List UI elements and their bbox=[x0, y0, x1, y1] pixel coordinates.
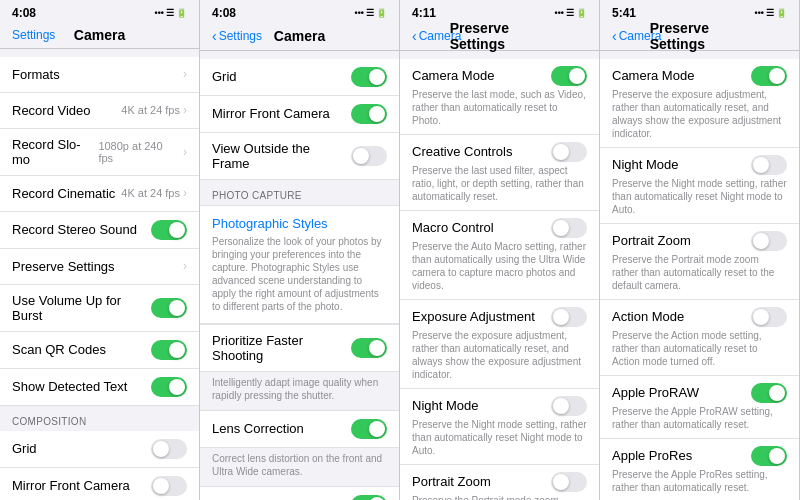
list-item[interactable]: Record Video4K at 24 fps› bbox=[0, 93, 199, 129]
wifi-icon: ☰ bbox=[766, 8, 774, 18]
preserve-item-header: Action Mode bbox=[612, 307, 787, 327]
preserve-item[interactable]: Camera ModePreserve the last mode, such … bbox=[400, 59, 599, 135]
back-label: Settings bbox=[219, 29, 262, 43]
list-item-toggle[interactable]: Grid bbox=[0, 431, 199, 468]
item-value: 1080p at 240 fps› bbox=[98, 140, 187, 164]
item-value: › bbox=[183, 259, 187, 273]
preserve-item-header: Macro Control bbox=[412, 218, 587, 238]
preserve-item-title: Camera Mode bbox=[612, 68, 694, 83]
list-item-toggle[interactable]: Use Volume Up for Burst bbox=[0, 285, 199, 332]
preserve-item-title: Creative Controls bbox=[412, 144, 512, 159]
back-chevron-icon: ‹ bbox=[612, 28, 617, 44]
photographic-styles-card[interactable]: Photographic StylesPersonalize the look … bbox=[200, 205, 399, 324]
toggle-on[interactable] bbox=[151, 340, 187, 360]
item-label: Record Video bbox=[12, 103, 91, 118]
item-label: Formats bbox=[12, 67, 60, 82]
list-item-toggle[interactable]: Record Stereo Sound bbox=[0, 212, 199, 249]
preserve-item-header: Night Mode bbox=[412, 396, 587, 416]
toggle-off[interactable] bbox=[751, 155, 787, 175]
toggle-on[interactable] bbox=[751, 383, 787, 403]
nav-left-label: Settings bbox=[12, 28, 55, 42]
preserve-item[interactable]: Exposure AdjustmentPreserve the exposure… bbox=[400, 300, 599, 389]
list-item-toggle[interactable]: Show Detected Text bbox=[0, 369, 199, 406]
value-text: 4K at 24 fps bbox=[121, 187, 180, 199]
list-item-toggle[interactable]: Mirror Front Camera bbox=[0, 468, 199, 501]
nav-bar: ‹CameraPreserve Settings bbox=[600, 24, 799, 50]
toggle-off[interactable] bbox=[151, 439, 187, 459]
status-icons: ••• ☰ 🔋 bbox=[355, 8, 387, 18]
toggle-on[interactable] bbox=[351, 104, 387, 124]
preserve-item-header: Portrait Zoom bbox=[612, 231, 787, 251]
preserve-item[interactable]: Night ModePreserve the Night mode settin… bbox=[400, 389, 599, 465]
toggle-on[interactable] bbox=[351, 495, 387, 501]
battery-icon: 🔋 bbox=[576, 8, 587, 18]
toggle-on[interactable] bbox=[151, 377, 187, 397]
list-item[interactable]: Record Slo-mo1080p at 240 fps› bbox=[0, 129, 199, 176]
preserve-item[interactable]: Apple ProResPreserve the Apple ProRes se… bbox=[600, 439, 799, 501]
toggle-off[interactable] bbox=[551, 142, 587, 162]
list-item[interactable]: Formats› bbox=[0, 57, 199, 93]
preserve-item-header: Creative Controls bbox=[412, 142, 587, 162]
status-icons: ••• ☰ 🔋 bbox=[555, 8, 587, 18]
nav-title: Camera bbox=[274, 28, 325, 44]
preserve-item[interactable]: Camera ModePreserve the exposure adjustm… bbox=[600, 59, 799, 148]
toggle-on[interactable] bbox=[351, 67, 387, 87]
toggle-on[interactable] bbox=[751, 66, 787, 86]
value-text: 1080p at 240 fps bbox=[98, 140, 180, 164]
wifi-icon: ☰ bbox=[366, 8, 374, 18]
item-label: Record Cinematic bbox=[12, 186, 115, 201]
toggle-off[interactable] bbox=[751, 231, 787, 251]
battery-icon: 🔋 bbox=[376, 8, 387, 18]
toggle-on[interactable] bbox=[351, 419, 387, 439]
list-item-toggle[interactable]: Prioritize Faster Shooting bbox=[200, 324, 399, 372]
preserve-item-title: Macro Control bbox=[412, 220, 494, 235]
battery-icon: 🔋 bbox=[776, 8, 787, 18]
item-label: Show Detected Text bbox=[12, 379, 127, 394]
toggle-on[interactable] bbox=[351, 338, 387, 358]
item-label: Scan QR Codes bbox=[12, 342, 106, 357]
preserve-item[interactable]: Creative ControlsPreserve the last used … bbox=[400, 135, 599, 211]
toggle-off[interactable] bbox=[351, 146, 387, 166]
toggle-off[interactable] bbox=[551, 307, 587, 327]
toggle-off[interactable] bbox=[551, 472, 587, 492]
status-bar: 4:08 ••• ☰ 🔋 bbox=[200, 0, 399, 24]
preserve-item[interactable]: Action ModePreserve the Action mode sett… bbox=[600, 300, 799, 376]
item-value: › bbox=[183, 67, 187, 81]
toggle-off[interactable] bbox=[751, 307, 787, 327]
toggle-off[interactable] bbox=[551, 218, 587, 238]
list-item-toggle[interactable]: Mirror Front Camera bbox=[200, 96, 399, 133]
preserve-item-title: Night Mode bbox=[612, 157, 678, 172]
item-description: Intelligently adapt image quality when r… bbox=[200, 372, 399, 410]
item-label: Preserve Settings bbox=[12, 259, 115, 274]
preserve-item[interactable]: Portrait ZoomPreserve the Portrait mode … bbox=[600, 224, 799, 300]
preserve-item[interactable]: Night ModePreserve the Night mode settin… bbox=[600, 148, 799, 224]
nav-bar: ‹SettingsCamera bbox=[200, 24, 399, 50]
list-item[interactable]: Preserve Settings› bbox=[0, 249, 199, 285]
nav-title: Preserve Settings bbox=[450, 20, 550, 52]
toggle-off[interactable] bbox=[151, 476, 187, 496]
signal-icon: ••• bbox=[755, 8, 764, 18]
toggle-on[interactable] bbox=[751, 446, 787, 466]
toggle-on[interactable] bbox=[151, 220, 187, 240]
preserve-item-header: Exposure Adjustment bbox=[412, 307, 587, 327]
preserve-item-desc: Preserve the Portrait mode zoom rather t… bbox=[612, 253, 787, 292]
toggle-on[interactable] bbox=[151, 298, 187, 318]
list-item-toggle[interactable]: Macro Control bbox=[200, 486, 399, 501]
preserve-item-title: Action Mode bbox=[612, 309, 684, 324]
list-item-toggle[interactable]: Lens Correction bbox=[200, 410, 399, 448]
preserve-item-header: Night Mode bbox=[612, 155, 787, 175]
list-item-toggle[interactable]: Grid bbox=[200, 59, 399, 96]
toggle-off[interactable] bbox=[551, 396, 587, 416]
preserve-item-title: Portrait Zoom bbox=[412, 474, 491, 489]
item-label: Use Volume Up for Burst bbox=[12, 293, 151, 323]
item-label: Mirror Front Camera bbox=[12, 478, 130, 493]
list-item-toggle[interactable]: Scan QR Codes bbox=[0, 332, 199, 369]
nav-back-button[interactable]: ‹Settings bbox=[212, 28, 262, 44]
preserve-item[interactable]: Apple ProRAWPreserve the Apple ProRAW se… bbox=[600, 376, 799, 439]
chevron-icon: › bbox=[183, 259, 187, 273]
toggle-on[interactable] bbox=[551, 66, 587, 86]
preserve-item[interactable]: Portrait ZoomPreserve the Portrait mode … bbox=[400, 465, 599, 501]
list-item[interactable]: Record Cinematic4K at 24 fps› bbox=[0, 176, 199, 212]
preserve-item[interactable]: Macro ControlPreserve the Auto Macro set… bbox=[400, 211, 599, 300]
list-item-toggle[interactable]: View Outside the Frame bbox=[200, 133, 399, 180]
